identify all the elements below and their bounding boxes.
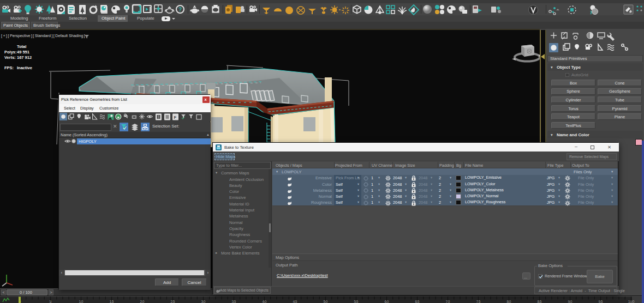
svg-text:?: ?: [178, 7, 182, 13]
svg-text:F: F: [174, 115, 177, 120]
